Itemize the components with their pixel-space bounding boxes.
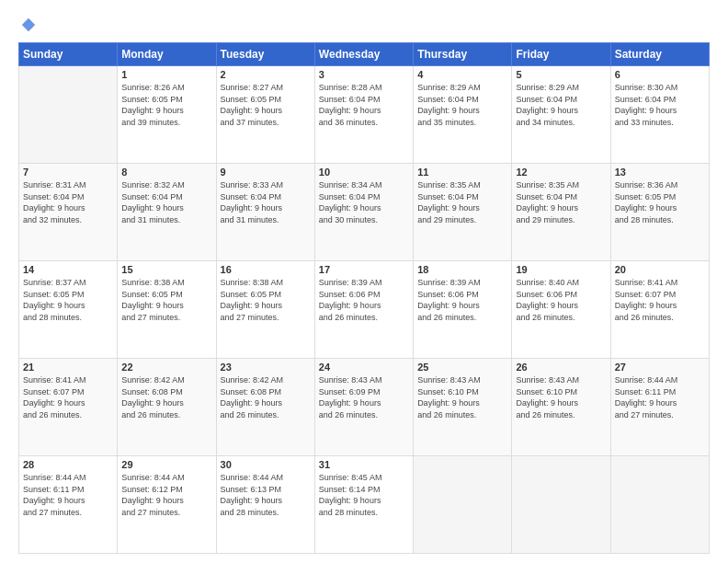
day-info: Sunrise: 8:44 AM Sunset: 6:11 PM Dayligh… (615, 374, 705, 420)
calendar-cell: 6Sunrise: 8:30 AM Sunset: 6:04 PM Daylig… (610, 66, 709, 164)
day-info: Sunrise: 8:31 AM Sunset: 6:04 PM Dayligh… (23, 179, 113, 225)
day-number: 1 (121, 69, 211, 80)
day-info: Sunrise: 8:41 AM Sunset: 6:07 PM Dayligh… (615, 277, 705, 323)
calendar-cell: 17Sunrise: 8:39 AM Sunset: 6:06 PM Dayli… (314, 261, 413, 359)
calendar-cell: 9Sunrise: 8:33 AM Sunset: 6:04 PM Daylig… (216, 164, 314, 261)
calendar-cell: 22Sunrise: 8:42 AM Sunset: 6:08 PM Dayli… (118, 359, 216, 456)
calendar-cell (610, 456, 709, 554)
calendar-week-row: 7Sunrise: 8:31 AM Sunset: 6:04 PM Daylig… (19, 164, 710, 261)
calendar-cell: 12Sunrise: 8:35 AM Sunset: 6:04 PM Dayli… (512, 164, 610, 261)
calendar-cell: 5Sunrise: 8:29 AM Sunset: 6:04 PM Daylig… (512, 66, 610, 164)
header (18, 17, 710, 33)
calendar-header-saturday: Saturday (610, 43, 709, 66)
day-number: 8 (121, 167, 211, 178)
day-info: Sunrise: 8:33 AM Sunset: 6:04 PM Dayligh… (221, 179, 311, 225)
day-number: 28 (23, 459, 113, 470)
calendar-cell: 29Sunrise: 8:44 AM Sunset: 6:12 PM Dayli… (118, 456, 216, 554)
day-info: Sunrise: 8:43 AM Sunset: 6:10 PM Dayligh… (417, 374, 507, 420)
day-number: 9 (221, 167, 311, 178)
day-info: Sunrise: 8:41 AM Sunset: 6:07 PM Dayligh… (23, 374, 113, 420)
day-info: Sunrise: 8:30 AM Sunset: 6:04 PM Dayligh… (615, 82, 705, 128)
day-info: Sunrise: 8:42 AM Sunset: 6:08 PM Dayligh… (121, 374, 211, 420)
calendar-cell: 27Sunrise: 8:44 AM Sunset: 6:11 PM Dayli… (610, 359, 709, 456)
day-info: Sunrise: 8:26 AM Sunset: 6:05 PM Dayligh… (121, 82, 211, 128)
calendar-header-friday: Friday (512, 43, 610, 66)
day-number: 11 (417, 167, 507, 178)
calendar: SundayMondayTuesdayWednesdayThursdayFrid… (18, 42, 710, 554)
day-number: 23 (221, 362, 311, 373)
day-number: 2 (221, 69, 311, 80)
calendar-cell: 26Sunrise: 8:43 AM Sunset: 6:10 PM Dayli… (512, 359, 610, 456)
calendar-cell (414, 456, 512, 554)
calendar-cell: 11Sunrise: 8:35 AM Sunset: 6:04 PM Dayli… (414, 164, 512, 261)
logo-icon (20, 17, 37, 33)
calendar-cell: 1Sunrise: 8:26 AM Sunset: 6:05 PM Daylig… (118, 66, 216, 164)
calendar-cell: 16Sunrise: 8:38 AM Sunset: 6:05 PM Dayli… (216, 261, 314, 359)
calendar-cell: 25Sunrise: 8:43 AM Sunset: 6:10 PM Dayli… (414, 359, 512, 456)
day-info: Sunrise: 8:38 AM Sunset: 6:05 PM Dayligh… (221, 277, 311, 323)
logo-text (18, 17, 37, 33)
day-number: 15 (121, 264, 211, 275)
day-info: Sunrise: 8:35 AM Sunset: 6:04 PM Dayligh… (516, 179, 606, 225)
day-number: 6 (615, 69, 705, 80)
day-info: Sunrise: 8:28 AM Sunset: 6:04 PM Dayligh… (319, 82, 409, 128)
calendar-cell: 10Sunrise: 8:34 AM Sunset: 6:04 PM Dayli… (314, 164, 413, 261)
calendar-cell: 20Sunrise: 8:41 AM Sunset: 6:07 PM Dayli… (610, 261, 709, 359)
calendar-cell: 23Sunrise: 8:42 AM Sunset: 6:08 PM Dayli… (216, 359, 314, 456)
day-info: Sunrise: 8:29 AM Sunset: 6:04 PM Dayligh… (516, 82, 606, 128)
day-info: Sunrise: 8:39 AM Sunset: 6:06 PM Dayligh… (417, 277, 507, 323)
day-info: Sunrise: 8:35 AM Sunset: 6:04 PM Dayligh… (417, 179, 507, 225)
calendar-week-row: 14Sunrise: 8:37 AM Sunset: 6:05 PM Dayli… (19, 261, 710, 359)
day-number: 31 (319, 459, 409, 470)
calendar-header-wednesday: Wednesday (314, 43, 413, 66)
day-number: 17 (319, 264, 409, 275)
day-info: Sunrise: 8:43 AM Sunset: 6:10 PM Dayligh… (516, 374, 606, 420)
calendar-cell (19, 66, 118, 164)
page: SundayMondayTuesdayWednesdayThursdayFrid… (0, 0, 728, 563)
calendar-header-thursday: Thursday (414, 43, 512, 66)
day-info: Sunrise: 8:39 AM Sunset: 6:06 PM Dayligh… (319, 277, 409, 323)
calendar-cell: 13Sunrise: 8:36 AM Sunset: 6:05 PM Dayli… (610, 164, 709, 261)
day-number: 22 (121, 362, 211, 373)
day-info: Sunrise: 8:45 AM Sunset: 6:14 PM Dayligh… (319, 472, 409, 518)
calendar-cell: 21Sunrise: 8:41 AM Sunset: 6:07 PM Dayli… (19, 359, 118, 456)
day-number: 14 (23, 264, 113, 275)
day-number: 20 (615, 264, 705, 275)
calendar-header-tuesday: Tuesday (216, 43, 314, 66)
calendar-cell: 4Sunrise: 8:29 AM Sunset: 6:04 PM Daylig… (414, 66, 512, 164)
day-info: Sunrise: 8:34 AM Sunset: 6:04 PM Dayligh… (319, 179, 409, 225)
day-info: Sunrise: 8:44 AM Sunset: 6:13 PM Dayligh… (221, 472, 311, 518)
day-number: 27 (615, 362, 705, 373)
day-number: 24 (319, 362, 409, 373)
day-number: 3 (319, 69, 409, 80)
day-number: 10 (319, 167, 409, 178)
day-info: Sunrise: 8:27 AM Sunset: 6:05 PM Dayligh… (221, 82, 311, 128)
calendar-week-row: 21Sunrise: 8:41 AM Sunset: 6:07 PM Dayli… (19, 359, 710, 456)
calendar-cell: 14Sunrise: 8:37 AM Sunset: 6:05 PM Dayli… (19, 261, 118, 359)
day-info: Sunrise: 8:40 AM Sunset: 6:06 PM Dayligh… (516, 277, 606, 323)
day-info: Sunrise: 8:29 AM Sunset: 6:04 PM Dayligh… (417, 82, 507, 128)
calendar-cell: 28Sunrise: 8:44 AM Sunset: 6:11 PM Dayli… (19, 456, 118, 554)
calendar-week-row: 1Sunrise: 8:26 AM Sunset: 6:05 PM Daylig… (19, 66, 710, 164)
day-number: 18 (417, 264, 507, 275)
day-number: 5 (516, 69, 606, 80)
calendar-cell: 31Sunrise: 8:45 AM Sunset: 6:14 PM Dayli… (314, 456, 413, 554)
logo (18, 17, 37, 33)
day-number: 16 (221, 264, 311, 275)
calendar-cell: 30Sunrise: 8:44 AM Sunset: 6:13 PM Dayli… (216, 456, 314, 554)
day-number: 25 (417, 362, 507, 373)
day-info: Sunrise: 8:44 AM Sunset: 6:11 PM Dayligh… (23, 472, 113, 518)
calendar-cell (512, 456, 610, 554)
calendar-header-row: SundayMondayTuesdayWednesdayThursdayFrid… (19, 43, 710, 66)
calendar-header-monday: Monday (118, 43, 216, 66)
day-number: 12 (516, 167, 606, 178)
day-number: 21 (23, 362, 113, 373)
day-number: 19 (516, 264, 606, 275)
day-info: Sunrise: 8:43 AM Sunset: 6:09 PM Dayligh… (319, 374, 409, 420)
calendar-cell: 19Sunrise: 8:40 AM Sunset: 6:06 PM Dayli… (512, 261, 610, 359)
calendar-cell: 3Sunrise: 8:28 AM Sunset: 6:04 PM Daylig… (314, 66, 413, 164)
calendar-week-row: 28Sunrise: 8:44 AM Sunset: 6:11 PM Dayli… (19, 456, 710, 554)
day-number: 4 (417, 69, 507, 80)
calendar-cell: 15Sunrise: 8:38 AM Sunset: 6:05 PM Dayli… (118, 261, 216, 359)
calendar-cell: 18Sunrise: 8:39 AM Sunset: 6:06 PM Dayli… (414, 261, 512, 359)
